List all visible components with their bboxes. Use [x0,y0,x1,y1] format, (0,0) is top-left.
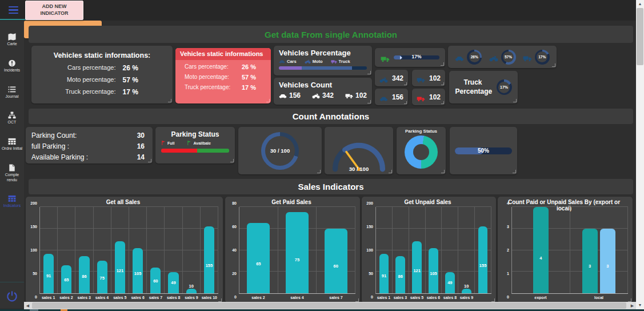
gauge-label: 30 / 100 [349,166,369,172]
panel-title: Vehicles static informations [175,48,271,60]
vehicles-count-panel: Vehicles Count 156 342 102 [274,78,372,105]
chart-category-slot: 10 [458,207,475,293]
chart-bar: 155 [478,226,488,293]
chart-category-slot: 49 [442,207,458,293]
chart-category-slot: 4 [512,207,570,293]
chart-bar: 91 [379,254,389,293]
chart-bar: 60 [325,229,347,293]
vehicle-percentage-rings-panel: 26% 57% 17% [448,46,557,68]
parking-needle-gauge-panel: 30 / 100 [325,127,393,174]
horizontal-scrollbar-thumb[interactable] [32,302,626,309]
chart-bar: 65 [61,265,71,293]
legend: Full Availbale [161,140,229,146]
moto-icon [379,75,388,81]
scroll-up-arrow[interactable]: ▲ [636,0,644,7]
truck-count-tile: 102 [412,70,445,86]
sidebar-item-journal[interactable]: Journal [0,85,24,99]
car-percentage-ring: 26% [467,50,482,65]
chart-get-paid-sales: Get Paid Sales 020406080 657560sales 2sa… [225,197,360,303]
dashboard-content: Get data From single Annotation Vehicles… [24,21,636,302]
car-icon [455,54,464,61]
sidebar-item-incidents[interactable]: Incidents [0,59,24,73]
top-bar: ADD NEW INDICATOR [0,0,644,21]
y-axis: 020406080 [227,207,239,301]
chart-category-slot: 49 [165,207,182,293]
vehicles-percentage-panel: Vehicles Percentage Cars Moto Truck [274,46,372,75]
chart-category-slot: 65 [58,207,75,293]
chart-category-slot: 121 [111,207,129,293]
full-flag-icon [161,140,166,146]
chart-bar: 155 [204,226,214,293]
truck-icon [417,75,425,81]
x-axis-labels: exportlocal [511,294,628,301]
indicators-table-icon [8,194,16,202]
truck-icon [381,54,390,61]
parking-status-panel: Parking Status Full Availbale [155,127,235,164]
scroll-left-arrow[interactable]: ◀ [24,302,31,309]
car-count-tile: 156 [375,89,408,105]
chart-bar: 121 [115,241,125,293]
org-chart-icon [8,111,16,118]
horizontal-scrollbar[interactable]: ◀ ▶ [24,302,636,309]
car-icon [379,94,388,100]
panel-title: Parking Status [161,130,229,138]
parking-status-bar [161,149,229,153]
car-icon [279,59,285,64]
sidebar-divider [0,282,24,282]
moto-icon [305,59,311,64]
parking-info-panel: Parking Count:30 full Parking :16 Availa… [26,127,153,164]
list-icon [8,85,16,93]
chart-bar: 10 [186,289,197,293]
chart-bar: 49 [445,272,455,293]
power-icon[interactable] [6,290,18,302]
chart-bar: 86 [79,256,89,293]
truck-icon [345,93,353,99]
scroll-down-arrow[interactable]: ▼ [636,301,644,309]
sidebar-item-ordre-initial[interactable]: Ordre Initial [0,137,24,151]
vertical-scrollbar-thumb[interactable] [637,8,643,65]
panel-title: Vehicles static informations: [38,51,166,59]
alert-icon [8,59,16,66]
chart-bar: 91 [43,254,54,293]
chart-bar: 49 [168,272,178,293]
chart-bar: 65 [247,223,270,293]
sidebar-item-compte-rendu[interactable]: Compte rendu [0,164,24,183]
chart-bar: 10 [462,289,471,293]
hamburger-menu-icon[interactable] [9,6,18,14]
ring-gauge: 30 / 100 [261,132,299,170]
chart-category-slot: 10 [183,207,201,293]
y-axis: 050100150200 [364,207,375,301]
chart-bar: 4 [533,207,549,293]
chart-category-slot: 60 [147,207,165,293]
add-new-indicator-button[interactable]: ADD NEW INDICATOR [25,1,83,20]
chart-category-slot: 86 [393,207,409,293]
truck-percentage-ring: 17% [535,50,550,65]
y-axis: 050100150200 [28,207,39,301]
chart-bar: 75 [286,212,309,293]
red-truck-count-tile: 102 [412,89,445,105]
moto-count-tile: 342 [375,70,408,86]
chart-bar: 3 [582,229,598,293]
sidebar-item-oct[interactable]: OCT [0,111,24,125]
vertical-scrollbar[interactable]: ▲ ▼ [636,0,644,311]
x-axis-labels: sales 2sales 4sales 7 [239,294,355,301]
x-axis-labels: sales 1sales 3sales 5sales 6sales 8sales… [375,294,491,301]
legend: Cars Moto Truck [279,59,367,64]
moto-icon [489,54,498,61]
annotation-section-title: Get data From single Annotation [265,30,397,39]
available-flag-icon [187,140,191,146]
plot-area: 433 [511,207,628,294]
truck-icon [417,94,425,100]
chart-count-paid-unpaid: Count Paid or Unpaid Sales By (export or… [498,197,633,303]
scroll-right-arrow[interactable]: ▶ [629,302,636,309]
sidebar-item-carte[interactable]: Carte [0,33,24,47]
plot-area: 657560 [239,207,355,294]
chart-title: Get Paid Sales [227,199,355,207]
sidebar-item-indicators[interactable]: Indicators [0,194,24,209]
moto-percentage-ring: 57% [501,50,516,65]
chart-category-slot: 91 [376,207,393,293]
chart-bar: 105 [133,248,143,293]
moto-icon [312,93,320,99]
chart-category-slot: 155 [475,207,491,293]
vehicles-static-red-panel: Vehicles static informations Cars percen… [175,48,271,103]
